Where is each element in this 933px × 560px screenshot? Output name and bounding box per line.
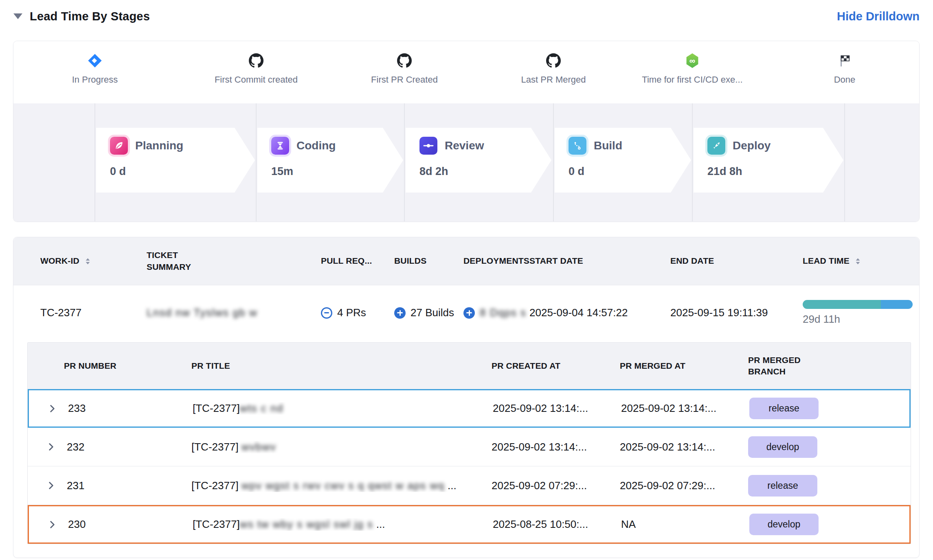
milestone-done: Done	[775, 41, 914, 85]
expand-row-icon[interactable]	[46, 480, 56, 491]
pr-title: [TC-2377]ws tw wby s wgsl swl jg s ...	[193, 518, 493, 531]
column-pr-created-at: PR CREATED AT	[492, 360, 620, 372]
milestones-strip: In Progress First Commit created First P…	[13, 41, 919, 103]
ticket-summary-redacted: Lnsd nw Tyslws gb w	[147, 306, 257, 319]
end-date-value: 2025-09-15 19:11:39	[665, 306, 799, 319]
work-table-header: WORK-ID TICKET SUMMARY PULL REQ... BUILD…	[13, 237, 919, 285]
pr-merged-at: 2025-09-02 13:14:...	[620, 441, 748, 453]
work-id-value: TC-2377	[40, 306, 147, 319]
collapse-arrow-icon[interactable]	[13, 13, 22, 19]
pr-number: 231	[67, 479, 84, 492]
milestone-first-commit: First Commit created	[187, 41, 325, 85]
column-pr-merged-branch: PR MERGED BRANCH	[748, 354, 911, 378]
stage-divider	[844, 103, 845, 222]
branch-badge: release	[748, 475, 817, 497]
column-work-id: WORK-ID	[40, 255, 147, 267]
lead-time-bar-blue	[881, 300, 913, 309]
pr-merged-at: 2025-09-02 07:29:...	[620, 479, 748, 492]
pr-number: 232	[67, 441, 84, 453]
expand-row-icon[interactable]	[46, 442, 56, 452]
lead-time-value: 29d 11h	[803, 313, 913, 326]
expand-row-icon[interactable]	[47, 519, 57, 530]
stage-duration: 0 d	[110, 165, 255, 178]
page-title: Lead Time By Stages	[30, 10, 150, 23]
column-builds: BUILDS	[394, 255, 463, 267]
column-pr-title: PR TITLE	[191, 360, 492, 372]
stage-duration: 15m	[271, 165, 403, 178]
start-date-value: 2025-09-04 14:57:22	[529, 306, 665, 319]
column-pr-merged-at: PR MERGED AT	[620, 360, 748, 372]
lead-time-bar-teal	[803, 300, 881, 309]
pr-count: 4 PRs	[337, 306, 366, 319]
milestone-in-progress: In Progress	[26, 41, 164, 85]
github-icon	[249, 52, 263, 70]
lead-time-drilldown-page: Lead Time By Stages Hide Drilldown In Pr…	[0, 0, 933, 560]
stage-divider	[692, 103, 693, 222]
stage-planning: Planning 0 d	[96, 128, 255, 192]
hide-drilldown-link[interactable]: Hide Drilldown	[837, 10, 920, 23]
branch-badge: release	[749, 398, 819, 419]
pr-created-at: 2025-09-02 13:14:...	[492, 441, 620, 453]
stages-panel: In Progress First Commit created First P…	[13, 41, 920, 222]
rocket-icon	[707, 137, 725, 155]
column-lead-time: LEAD TIME	[799, 255, 909, 267]
stage-zone: Planning 0 d Coding 15m Revi	[13, 103, 919, 222]
cicd-icon: ∞	[686, 52, 699, 70]
stage-divider	[404, 103, 405, 222]
github-icon	[546, 52, 561, 70]
pr-number: 233	[68, 402, 86, 415]
milestone-last-pr-merged: Last PR Merged	[484, 41, 623, 85]
stage-name: Review	[445, 139, 484, 152]
column-deployments: DEPLOYMENTS	[463, 255, 529, 267]
pr-title: [TC-2377] wpv wgst s rwv cwv s q qwst w …	[191, 479, 492, 492]
github-icon	[397, 52, 412, 70]
pr-row-233[interactable]: 233 [TC-2377]wts c nd 2025-09-02 13:14:.…	[28, 389, 911, 428]
sort-icon[interactable]	[855, 258, 861, 265]
collapse-prs-icon[interactable]	[321, 307, 332, 319]
drilldown-table: WORK-ID TICKET SUMMARY PULL REQ... BUILD…	[13, 237, 920, 558]
pipeline-icon	[569, 137, 586, 155]
stage-build: Build 0 d	[555, 128, 691, 192]
milestone-label: First PR Created	[371, 74, 438, 85]
pr-row-230[interactable]: 230 [TC-2377]ws tw wby s wgsl swl jg s .…	[28, 505, 911, 544]
stage-name: Coding	[296, 139, 336, 152]
work-item-row: TC-2377 Lnsd nw Tyslws gb w 4 PRs 27 Bui…	[13, 285, 919, 340]
expand-row-icon[interactable]	[47, 403, 57, 414]
stage-name: Planning	[135, 139, 183, 152]
column-pull-requests: PULL REQ...	[321, 255, 394, 267]
sort-icon[interactable]	[85, 258, 90, 265]
column-end-date: END DATE	[665, 255, 799, 267]
lead-time-bar	[803, 300, 913, 309]
jira-icon	[87, 52, 103, 70]
column-start-date: START DATE	[529, 255, 665, 267]
finish-flag-icon	[838, 52, 852, 70]
pr-table: PR NUMBER PR TITLE PR CREATED AT PR MERG…	[27, 342, 911, 544]
pr-table-header: PR NUMBER PR TITLE PR CREATED AT PR MERG…	[28, 343, 911, 389]
git-commit-icon	[419, 137, 437, 155]
pr-row-231[interactable]: 231 [TC-2377] wpv wgst s rwv cwv s q qws…	[28, 466, 911, 505]
milestone-label: First Commit created	[215, 74, 298, 85]
hourglass-icon	[271, 137, 289, 155]
expand-builds-icon[interactable]	[394, 307, 406, 319]
column-pr-number: PR NUMBER	[28, 360, 191, 372]
branch-badge: develop	[748, 436, 817, 458]
stage-name: Deploy	[733, 139, 771, 152]
milestone-label: Time for first CI/CD exe...	[642, 74, 742, 85]
pr-merged-at: 2025-09-02 13:14:...	[621, 402, 749, 415]
pr-title: [TC-2377]wts c nd	[193, 402, 493, 415]
deployments-redacted: 8 Dqps s	[480, 306, 527, 319]
pr-number: 230	[68, 518, 86, 531]
stage-review: Review 8d 2h	[406, 128, 551, 192]
pr-row-232[interactable]: 232 [TC-2377] wvbwv 2025-09-02 13:14:...…	[28, 428, 911, 466]
milestone-label: In Progress	[72, 74, 118, 85]
milestone-cicd: ∞ Time for first CI/CD exe...	[623, 41, 762, 85]
planning-icon	[110, 137, 128, 155]
stage-divider	[553, 103, 554, 222]
stage-coding: Coding 15m	[257, 128, 403, 192]
stage-divider	[256, 103, 257, 222]
stage-name: Build	[594, 139, 622, 152]
section-header: Lead Time By Stages Hide Drilldown	[13, 7, 920, 26]
milestone-label: Done	[834, 74, 856, 85]
stage-duration: 21d 8h	[707, 165, 843, 178]
expand-deployments-icon[interactable]	[463, 307, 475, 319]
